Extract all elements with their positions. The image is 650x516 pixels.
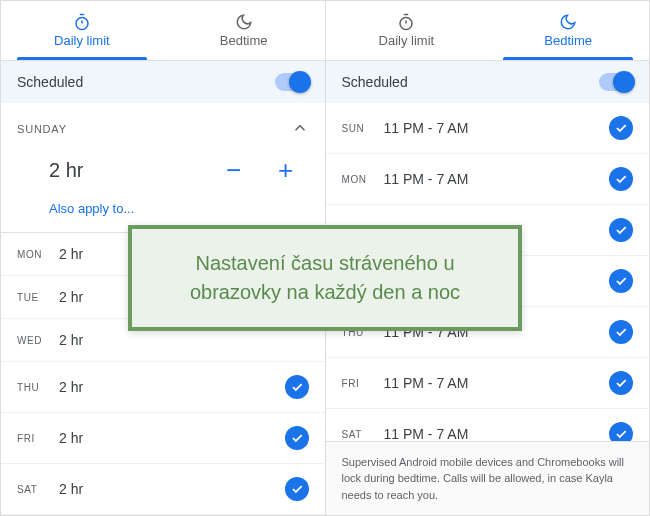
scheduled-row: Scheduled bbox=[1, 61, 325, 103]
day-abbr: TUE bbox=[17, 292, 59, 303]
day-row[interactable]: SAT2 hr bbox=[1, 464, 325, 515]
check-icon[interactable] bbox=[609, 320, 633, 344]
scheduled-toggle[interactable] bbox=[599, 73, 633, 91]
day-row[interactable]: MON11 PM - 7 AM bbox=[326, 154, 650, 205]
tab-label: Daily limit bbox=[54, 33, 110, 48]
day-row[interactable]: SAT11 PM - 7 AM bbox=[326, 409, 650, 441]
tab-bedtime[interactable]: Bedtime bbox=[487, 1, 649, 60]
expanded-day-header[interactable]: SUNDAY bbox=[1, 103, 325, 149]
day-abbr: THU bbox=[17, 382, 59, 393]
day-abbr: WED bbox=[17, 335, 59, 346]
moon-icon bbox=[235, 13, 253, 31]
decrease-button[interactable]: − bbox=[221, 157, 247, 183]
chevron-up-icon bbox=[291, 119, 309, 139]
tab-label: Bedtime bbox=[544, 33, 592, 48]
check-icon[interactable] bbox=[285, 477, 309, 501]
check-icon[interactable] bbox=[609, 371, 633, 395]
day-abbr: FRI bbox=[17, 433, 59, 444]
tab-label: Daily limit bbox=[379, 33, 435, 48]
moon-icon bbox=[559, 13, 577, 31]
check-icon[interactable] bbox=[285, 426, 309, 450]
day-row[interactable]: FRI2 hr bbox=[1, 413, 325, 464]
footer-note: Supervised Android mobile devices and Ch… bbox=[326, 441, 650, 516]
day-row[interactable]: THU2 hr bbox=[1, 362, 325, 413]
check-icon[interactable] bbox=[609, 116, 633, 140]
day-value: 11 PM - 7 AM bbox=[384, 171, 610, 187]
scheduled-toggle[interactable] bbox=[275, 73, 309, 91]
tab-bedtime[interactable]: Bedtime bbox=[163, 1, 325, 60]
scheduled-label: Scheduled bbox=[17, 74, 83, 90]
scheduled-label: Scheduled bbox=[342, 74, 408, 90]
check-icon[interactable] bbox=[609, 422, 633, 441]
limit-row: 2 hr − + bbox=[1, 149, 325, 193]
day-abbr: MON bbox=[17, 249, 59, 260]
day-value: 2 hr bbox=[59, 332, 309, 348]
limit-value: 2 hr bbox=[49, 159, 83, 182]
day-value: 2 hr bbox=[59, 481, 285, 497]
day-value: 2 hr bbox=[59, 379, 285, 395]
tab-label: Bedtime bbox=[220, 33, 268, 48]
stopwatch-icon bbox=[73, 13, 91, 31]
day-abbr: SAT bbox=[342, 429, 384, 440]
day-value: 2 hr bbox=[59, 430, 285, 446]
day-abbr: SAT bbox=[17, 484, 59, 495]
tabs: Daily limit Bedtime bbox=[326, 1, 650, 61]
stopwatch-icon bbox=[397, 13, 415, 31]
tab-daily-limit[interactable]: Daily limit bbox=[326, 1, 488, 60]
day-abbr: MON bbox=[342, 174, 384, 185]
expanded-day-label: SUNDAY bbox=[17, 123, 67, 135]
check-icon[interactable] bbox=[609, 167, 633, 191]
increase-button[interactable]: + bbox=[273, 157, 299, 183]
day-row[interactable]: SUN11 PM - 7 AM bbox=[326, 103, 650, 154]
check-icon[interactable] bbox=[609, 269, 633, 293]
day-abbr: FRI bbox=[342, 378, 384, 389]
day-abbr: SUN bbox=[342, 123, 384, 134]
scheduled-row: Scheduled bbox=[326, 61, 650, 103]
check-icon[interactable] bbox=[285, 375, 309, 399]
day-row[interactable]: FRI11 PM - 7 AM bbox=[326, 358, 650, 409]
day-value: 11 PM - 7 AM bbox=[384, 426, 610, 441]
check-icon[interactable] bbox=[609, 218, 633, 242]
day-value: 11 PM - 7 AM bbox=[384, 375, 610, 391]
annotation-overlay: Nastavení času stráveného u obrazovky na… bbox=[128, 225, 522, 331]
tab-daily-limit[interactable]: Daily limit bbox=[1, 1, 163, 60]
tabs: Daily limit Bedtime bbox=[1, 1, 325, 61]
day-value: 11 PM - 7 AM bbox=[384, 120, 610, 136]
